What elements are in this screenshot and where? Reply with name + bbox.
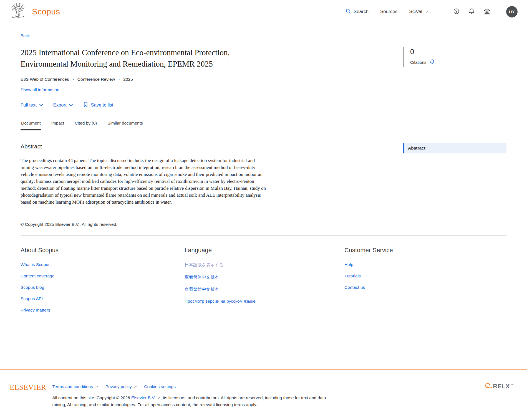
- meta-separator: •: [73, 77, 74, 81]
- top-header: Scopus Search Sources SciVal ↗: [0, 0, 527, 23]
- publication-year: 2025: [123, 77, 133, 82]
- section-nav-abstract[interactable]: Abstract: [403, 143, 506, 153]
- footer-language-column: Language 日本語版を表示する 查看简体中文版本 查看繁體中文版本 Про…: [185, 247, 344, 319]
- back-link[interactable]: Back: [21, 33, 30, 38]
- external-link-icon: ↗: [95, 384, 98, 389]
- footer-link-simplified-chinese[interactable]: 查看简体中文版本: [185, 275, 219, 279]
- nav-search[interactable]: Search: [346, 8, 369, 15]
- footer-customer-service-column: Customer Service Help Tutorials Contact …: [344, 247, 506, 319]
- notifications-button[interactable]: [468, 8, 475, 16]
- elsevier-footer-bar: ELSEVIER Terms and conditions ↗ Privacy …: [0, 369, 527, 420]
- footer-about-heading: About Scopus: [21, 247, 185, 254]
- legal-links: Terms and conditions ↗ Privacy policy ↗ …: [52, 384, 331, 389]
- relx-trademark: ™: [511, 383, 514, 386]
- save-to-list-button[interactable]: Save to list: [83, 102, 113, 108]
- document-meta: E3S Web of Conferences • Conference Revi…: [21, 77, 403, 82]
- footer-link-scopus-blog[interactable]: Scopus blog: [21, 285, 44, 290]
- bookmark-icon: [83, 102, 88, 108]
- document-actions: Full text Export Save to list: [21, 102, 403, 108]
- export-dropdown[interactable]: Export: [53, 102, 73, 108]
- nav-scival[interactable]: SciVal ↗: [409, 9, 428, 14]
- footer-divider: [21, 235, 506, 236]
- abstract-section: Abstract The proceedings contain 44 pape…: [21, 143, 403, 206]
- show-all-information-link[interactable]: Show all information: [21, 87, 59, 92]
- cookies-settings-link[interactable]: Cookies settings: [144, 384, 176, 389]
- footer-link-scopus-api[interactable]: Scopus API: [21, 296, 43, 301]
- section-nav: Abstract: [403, 143, 506, 206]
- footer-customer-heading: Customer Service: [344, 247, 506, 254]
- elsevier-bv-link[interactable]: Elsevier B.V. ↗: [131, 395, 160, 400]
- copyright-statement: All content on this site: Copyright © 20…: [52, 394, 331, 408]
- institution-button[interactable]: [483, 8, 491, 16]
- tab-similar-documents[interactable]: Similar documents: [107, 119, 143, 130]
- scopus-home-link[interactable]: Scopus: [10, 2, 60, 21]
- header-nav: Search Sources SciVal ↗: [346, 6, 518, 17]
- footer-link-traditional-chinese[interactable]: 查看繁體中文版本: [185, 287, 219, 292]
- elsevier-footer-content: Terms and conditions ↗ Privacy policy ↗ …: [52, 382, 331, 408]
- header-icon-buttons: [453, 8, 491, 16]
- footer-language-heading: Language: [185, 247, 344, 254]
- abstract-text: The proceedings contain 44 papers. The t…: [21, 157, 268, 206]
- citations-metric: 0 Citations: [403, 47, 506, 67]
- relx-logo: RELX ™: [484, 383, 514, 391]
- footer-link-content-coverage[interactable]: Content coverage: [21, 274, 54, 278]
- question-circle-icon: [453, 8, 460, 16]
- external-link-icon: ↗: [157, 396, 161, 400]
- footer-link-japanese[interactable]: 日本語版を表示する: [185, 262, 224, 267]
- tab-impact[interactable]: Impact: [51, 119, 65, 130]
- terms-and-conditions-link[interactable]: Terms and conditions ↗: [52, 384, 98, 389]
- external-link-icon: ↗: [425, 9, 428, 14]
- meta-separator: •: [118, 77, 120, 81]
- bell-icon: [468, 8, 475, 16]
- elsevier-logo[interactable]: ELSEVIER: [10, 383, 46, 392]
- site-footer: About Scopus What is Scopus Content cove…: [21, 247, 506, 319]
- source-title-link[interactable]: E3S Web of Conferences: [21, 77, 69, 82]
- footer-link-contact-us[interactable]: Contact us: [344, 285, 365, 290]
- external-link-icon: ↗: [133, 384, 137, 389]
- footer-link-tutorials[interactable]: Tutorials: [344, 274, 361, 278]
- chevron-down-icon: [69, 102, 73, 108]
- citations-label: Citations: [410, 60, 426, 65]
- relx-swoosh-icon: [484, 383, 492, 391]
- document-type: Conference Review: [77, 77, 115, 82]
- bank-icon: [483, 8, 491, 16]
- privacy-policy-link[interactable]: Privacy policy ↗: [105, 384, 137, 389]
- tab-cited-by[interactable]: Cited by (0): [74, 119, 97, 130]
- document-title: 2025 International Conference on Eco-env…: [21, 47, 273, 70]
- footer-link-privacy-matters[interactable]: Privacy matters: [21, 308, 50, 312]
- full-text-dropdown[interactable]: Full text: [21, 102, 43, 108]
- footer-about-column: About Scopus What is Scopus Content cove…: [21, 247, 185, 319]
- relx-wordmark: RELX: [493, 383, 510, 390]
- scopus-wordmark: Scopus: [32, 7, 60, 16]
- nav-sources[interactable]: Sources: [380, 9, 397, 14]
- footer-link-what-is-scopus[interactable]: What is Scopus: [21, 262, 51, 267]
- abstract-heading: Abstract: [21, 143, 403, 150]
- document-tabs: Document Impact Cited by (0) Similar doc…: [21, 119, 506, 130]
- elsevier-tree-logo-icon: [10, 2, 26, 21]
- tab-document[interactable]: Document: [21, 119, 41, 130]
- document-copyright: © Copyright 2025 Elsevier B.V., All righ…: [21, 222, 506, 227]
- footer-link-help[interactable]: Help: [344, 262, 353, 267]
- chevron-down-icon: [39, 102, 43, 108]
- footer-link-russian[interactable]: Просмотр версии на русском языке: [185, 299, 256, 303]
- citations-count: 0: [410, 47, 506, 56]
- search-icon: [346, 8, 351, 15]
- document-page: Back 2025 International Conference on Ec…: [0, 23, 527, 319]
- citation-alert-bell-icon[interactable]: [429, 59, 435, 65]
- help-button[interactable]: [453, 8, 460, 16]
- user-avatar[interactable]: HY: [506, 6, 518, 17]
